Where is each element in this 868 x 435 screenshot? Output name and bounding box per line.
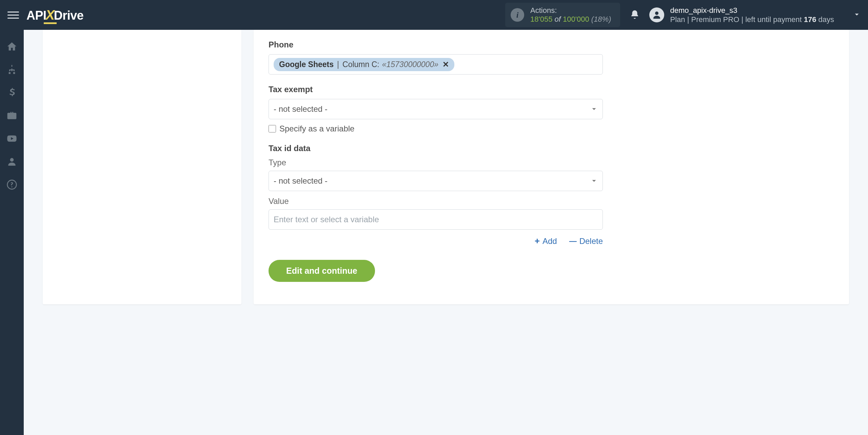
actions-label: Actions: <box>530 6 611 15</box>
left-rail <box>0 30 24 435</box>
phone-token: Google Sheets | Column C: «15730000000» … <box>274 58 454 71</box>
actions-pct: (18%) <box>591 15 611 23</box>
section-tax-id: Tax id data Type - not selected - Value … <box>269 144 603 246</box>
svg-point-0 <box>655 12 658 15</box>
actions-of: of <box>555 15 561 23</box>
logo-x: X <box>46 7 55 23</box>
bell-icon[interactable] <box>630 9 640 21</box>
rail-home[interactable] <box>0 36 24 57</box>
add-button[interactable]: Add <box>535 236 557 246</box>
logo-drive: Drive <box>54 8 84 23</box>
rail-youtube[interactable] <box>0 128 24 149</box>
rail-dollar[interactable] <box>0 82 24 103</box>
tax-id-value-input[interactable]: Enter text or select a variable <box>269 209 603 230</box>
user-block[interactable]: demo_apix-drive_s3 Plan | Premium PRO | … <box>649 6 834 24</box>
tax-exempt-label: Tax exempt <box>269 85 603 94</box>
chevron-down-icon <box>590 177 598 185</box>
info-icon: i <box>511 8 524 22</box>
logo[interactable]: API X Drive <box>26 7 83 23</box>
tax-id-section-label: Tax id data <box>269 144 603 153</box>
tax-id-type-label: Type <box>269 158 603 167</box>
chevron-down-icon[interactable] <box>853 11 861 19</box>
actions-pill[interactable]: i Actions: 18'055 of 100'000 (18%) <box>505 3 620 27</box>
field-tax-exempt: Tax exempt - not selected - Specify as a… <box>269 85 603 133</box>
svg-point-1 <box>10 158 14 162</box>
rail-sitemap[interactable] <box>0 59 24 80</box>
user-name: demo_apix-drive_s3 <box>670 6 834 15</box>
tax-exempt-select[interactable]: - not selected - <box>269 99 603 119</box>
avatar-icon <box>649 7 664 22</box>
tax-exempt-variable-input[interactable] <box>269 125 276 132</box>
tax-id-type-select[interactable]: - not selected - <box>269 171 603 191</box>
rail-user[interactable] <box>0 151 24 172</box>
actions-total: 100'000 <box>563 15 589 23</box>
topbar-right: i Actions: 18'055 of 100'000 (18%) demo_… <box>505 3 861 27</box>
form-panel: Phone Google Sheets | Column C: «1573000… <box>254 30 849 304</box>
menu-toggle[interactable] <box>7 9 19 21</box>
chevron-down-icon <box>590 105 598 113</box>
workspace: Phone Google Sheets | Column C: «1573000… <box>24 30 868 435</box>
delete-button[interactable]: Delete <box>569 236 603 246</box>
actions-text: Actions: 18'055 of 100'000 (18%) <box>530 6 611 24</box>
phone-token-remove[interactable]: ✕ <box>442 60 449 69</box>
tax-id-actions: Add Delete <box>269 236 603 246</box>
logo-api: API <box>26 8 46 23</box>
phone-label: Phone <box>269 40 603 49</box>
phone-input[interactable]: Google Sheets | Column C: «15730000000» … <box>269 54 603 75</box>
rail-help[interactable] <box>0 174 24 195</box>
edit-continue-button[interactable]: Edit and continue <box>269 260 375 282</box>
rail-briefcase[interactable] <box>0 105 24 126</box>
user-plan: Plan | Premium PRO | left until payment … <box>670 15 834 24</box>
left-panel <box>43 30 241 304</box>
tax-exempt-variable-checkbox[interactable]: Specify as a variable <box>269 124 603 133</box>
actions-used: 18'055 <box>530 15 552 23</box>
field-phone: Phone Google Sheets | Column C: «1573000… <box>269 40 603 75</box>
user-text: demo_apix-drive_s3 Plan | Premium PRO | … <box>670 6 834 24</box>
topbar: API X Drive i Actions: 18'055 of 100'000… <box>0 0 868 30</box>
tax-id-value-label: Value <box>269 196 603 206</box>
